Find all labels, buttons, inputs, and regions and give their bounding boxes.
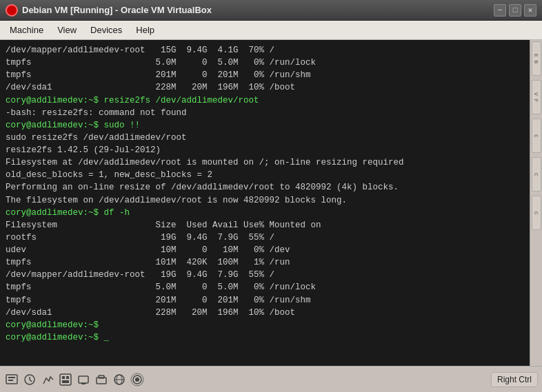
terminal-line: Filesystem Size Used Avail Use% Mounted … [6,219,524,231]
status-icon-6[interactable] [94,372,109,387]
status-icon-1[interactable] [4,372,19,387]
svg-rect-2 [8,380,13,381]
svg-rect-1 [8,377,15,378]
right-sidebar: E B V F C C C [530,40,542,366]
minimize-button[interactable]: − [494,4,506,17]
status-icon-7[interactable] [112,372,127,387]
terminal-line: /dev/mapper/addlimedev-root 15G 9.4G 4.1… [6,44,524,56]
sidebar-btn-5[interactable]: C [532,196,541,230]
svg-rect-11 [99,375,104,378]
terminal-line: cory@addlimedev:~$ resize2fs /dev/addlim… [6,94,524,107]
status-bar: Right Ctrl [0,366,542,392]
terminal-line: tmpfs 201M 0 201M 0% /run/shm [6,294,524,307]
svg-rect-6 [66,376,69,379]
svg-point-15 [135,378,139,382]
svg-rect-9 [81,383,86,384]
app-icon [6,4,18,17]
title-left: Debian VM [Running] - Oracle VM VirtualB… [6,4,212,17]
terminal-line: Filesystem at /dev/addlimedev/root is mo… [6,156,524,169]
terminal-line: tmpfs 101M 420K 100M 1% /run [6,256,524,269]
terminal-line: The filesystem on /dev/addlimedev/root i… [6,194,524,207]
terminal-line: cory@addlimedev:~$ df -h [6,207,524,219]
menu-item-devices[interactable]: Devices [83,22,129,38]
terminal-line: cory@addlimedev:~$ [6,319,524,331]
terminal-line: sudo resize2fs /dev/addlimedev/root [6,132,524,144]
terminal-line: udev 10M 0 10M 0% /dev [6,244,524,256]
svg-rect-0 [6,375,17,384]
status-icon-3[interactable] [40,372,55,387]
right-ctrl-button[interactable]: Right Ctrl [491,372,538,387]
terminal-line: /dev/mapper/addlimedev-root 19G 9.4G 7.9… [6,269,524,281]
terminal-line: rootfs 19G 9.4G 7.9G 55% / [6,231,524,244]
svg-rect-7 [62,380,69,383]
status-icon-4[interactable] [58,372,73,387]
terminal-line: /dev/sda1 228M 20M 196M 10% /boot [6,81,524,94]
menu-item-view[interactable]: View [50,22,83,38]
title-text: Debian VM [Running] - Oracle VM VirtualB… [22,5,212,15]
status-icon-2[interactable] [22,372,37,387]
svg-rect-8 [79,376,88,383]
close-button[interactable]: ✕ [524,4,536,17]
terminal-line: old_desc_blocks = 1, new_desc_blocks = 2 [6,169,524,181]
title-bar: Debian VM [Running] - Oracle VM VirtualB… [0,0,542,21]
main-area: /dev/mapper/addlimedev-root 15G 9.4G 4.1… [0,40,542,366]
sidebar-btn-1[interactable]: E B [532,41,541,76]
menu-item-help[interactable]: Help [129,22,161,38]
terminal[interactable]: /dev/mapper/addlimedev-root 15G 9.4G 4.1… [0,40,530,366]
terminal-line: Performing an on-line resize of /dev/add… [6,181,524,194]
svg-rect-5 [62,376,65,379]
svg-rect-4 [60,374,71,385]
sidebar-btn-4[interactable]: C [532,157,541,192]
terminal-line: tmpfs 5.0M 0 5.0M 0% /run/lock [6,56,524,69]
terminal-line: -bash: resize2fs: command not found [6,107,524,119]
maximize-button[interactable]: □ [509,4,521,17]
terminal-line: tmpfs 201M 0 201M 0% /run/shm [6,69,524,81]
sidebar-btn-3[interactable]: C [532,118,541,153]
status-icon-8[interactable] [130,372,145,387]
sidebar-btn-2[interactable]: V F [532,80,541,114]
status-icon-5[interactable] [76,372,91,387]
terminal-line: cory@addlimedev:~$ _ [6,331,524,344]
menu-bar: MachineViewDevicesHelp [0,21,542,40]
terminal-line: cory@addlimedev:~$ sudo !! [6,119,524,132]
terminal-line: /dev/sda1 228M 20M 196M 10% /boot [6,307,524,319]
menu-item-machine[interactable]: Machine [3,22,50,38]
terminal-line: resize2fs 1.42.5 (29-Jul-2012) [6,144,524,156]
title-buttons: − □ ✕ [494,4,536,17]
terminal-line: tmpfs 5.0M 0 5.0M 0% /run/lock [6,281,524,293]
